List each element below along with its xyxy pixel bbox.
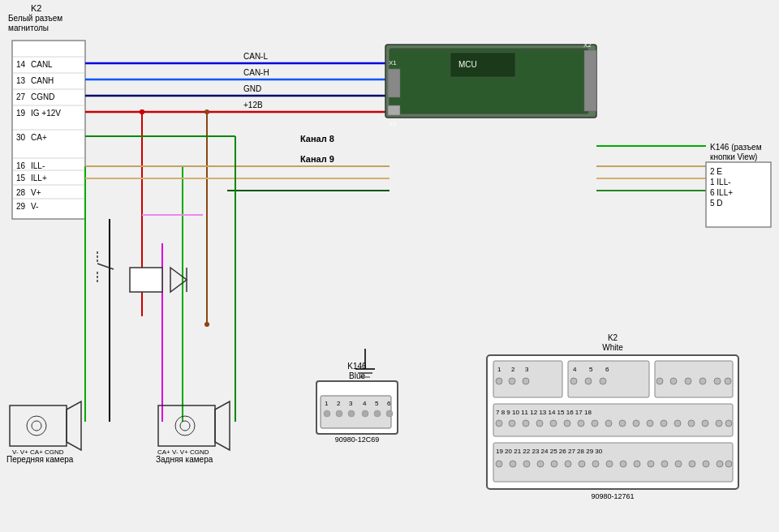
front-cam-pins: V- V+ CA+ CGND	[12, 448, 64, 456]
pin13-name: CANH	[31, 76, 54, 85]
svg-rect-58	[321, 396, 391, 428]
k2-row2-labels: 7 8 9 10 11 12 13 14 15 16 17 18	[496, 409, 592, 416]
pin14-num: 14	[16, 60, 26, 69]
pin16-name: ILL-	[31, 161, 45, 170]
pin30-num: 30	[16, 133, 26, 142]
svg-point-97	[702, 420, 708, 427]
svg-point-98	[716, 420, 722, 427]
svg-rect-68	[655, 361, 733, 397]
svg-point-76	[670, 378, 677, 384]
k146-pin-5: 5	[375, 400, 379, 407]
svg-point-74	[600, 378, 606, 384]
k2-p6: 6	[605, 366, 609, 373]
svg-point-103	[523, 461, 530, 467]
pin19-name: IG +12V	[31, 109, 61, 118]
k2-subtitle-2: магнитолы	[8, 24, 49, 32]
channel8-label: Канал 8	[300, 134, 334, 144]
svg-point-73	[585, 378, 592, 384]
k146-blue-label: Blue	[349, 371, 365, 380]
12v-label: +12В	[243, 101, 263, 109]
k2-title: K2	[31, 3, 41, 13]
svg-point-119	[140, 109, 144, 114]
svg-point-113	[661, 461, 668, 467]
svg-point-120	[204, 109, 209, 114]
svg-point-118	[725, 461, 732, 467]
pin15-name: ILL+	[31, 174, 47, 182]
svg-point-86	[550, 420, 557, 427]
svg-point-115	[689, 461, 695, 467]
pin28-num: 28	[16, 188, 26, 197]
canh-label: CAN-H	[243, 68, 269, 77]
svg-point-59	[324, 410, 330, 417]
k146-pin-3: 3	[349, 400, 353, 407]
svg-point-92	[633, 420, 639, 427]
svg-rect-18	[388, 69, 400, 97]
svg-point-117	[717, 461, 723, 467]
channel9-label: Канал 9	[300, 154, 334, 164]
pin27-name: CGND	[31, 92, 54, 101]
pin13-num: 13	[16, 76, 26, 85]
k146-pin-6: 6	[387, 400, 391, 407]
k146-pin5: 5 D	[710, 199, 723, 208]
svg-point-93	[647, 420, 653, 427]
svg-point-99	[725, 420, 732, 427]
mcu-label: MCU	[458, 60, 477, 69]
svg-point-111	[634, 461, 640, 467]
k2-p2: 2	[511, 366, 515, 373]
svg-point-96	[688, 420, 695, 427]
pin19-num: 19	[16, 109, 26, 118]
svg-point-80	[725, 378, 731, 384]
svg-point-110	[620, 461, 626, 467]
k2-white-label: K2	[608, 333, 618, 342]
k146-pin2: 2 E	[710, 167, 722, 176]
pin14-name: CANL	[31, 60, 53, 69]
svg-point-102	[510, 461, 516, 467]
x3-label: X3	[389, 120, 397, 127]
k2-subtitle-1: Белый разъем	[8, 14, 62, 23]
x1-label: X1	[389, 59, 397, 66]
svg-point-108	[592, 461, 599, 467]
svg-point-78	[699, 378, 706, 384]
k146-pin6: 6 ILL+	[710, 188, 733, 197]
k146-pin-2: 2	[337, 400, 341, 407]
svg-point-64	[386, 410, 393, 417]
svg-rect-20	[388, 105, 400, 115]
svg-point-109	[606, 461, 613, 467]
k146-subtitle: кнопки View)	[710, 152, 757, 161]
k146-title: K146 (разъем	[710, 143, 762, 152]
svg-point-88	[578, 420, 584, 427]
pin28-name: V+	[31, 188, 41, 197]
rear-camera-label: Задняя камера	[156, 455, 213, 464]
svg-point-114	[675, 461, 682, 467]
k2-p3: 3	[525, 366, 529, 373]
x2-label: X2	[583, 41, 592, 49]
k2-p4: 4	[573, 366, 577, 373]
front-camera-label: Передняя камера	[6, 455, 74, 464]
svg-point-112	[648, 461, 654, 467]
svg-point-75	[656, 378, 663, 384]
gnd-label: GND	[243, 84, 261, 93]
pin16-num: 16	[16, 161, 26, 170]
pin30-name: CA+	[31, 133, 47, 142]
k146-partnumber: 90980-12C69	[335, 435, 380, 444]
svg-point-105	[551, 461, 557, 467]
svg-point-82	[496, 420, 502, 427]
svg-point-87	[564, 420, 570, 427]
svg-point-91	[619, 420, 626, 427]
svg-point-61	[348, 410, 355, 417]
k146-pin1: 1 ILL-	[710, 178, 731, 187]
svg-point-95	[674, 420, 681, 427]
svg-point-29	[204, 322, 209, 327]
svg-point-79	[714, 378, 721, 384]
rear-cam-pins: CA+ V- V+ CGND	[157, 448, 209, 456]
canl-label: CAN-L	[243, 52, 268, 61]
wiring-diagram: K2 Белый разъем магнитолы 14 CANL 13 CAN…	[0, 0, 779, 532]
svg-point-69	[496, 378, 502, 384]
svg-point-70	[509, 378, 515, 384]
svg-point-63	[374, 410, 381, 417]
pin15-num: 15	[16, 174, 26, 182]
svg-point-89	[592, 420, 598, 427]
k2-row3-labels: 19 20 21 22 23 24 25 26 27 28 29 30	[496, 448, 603, 455]
k2-partnumber: 90980-12761	[591, 492, 634, 500]
k146-bottom-label: K146	[347, 362, 367, 371]
